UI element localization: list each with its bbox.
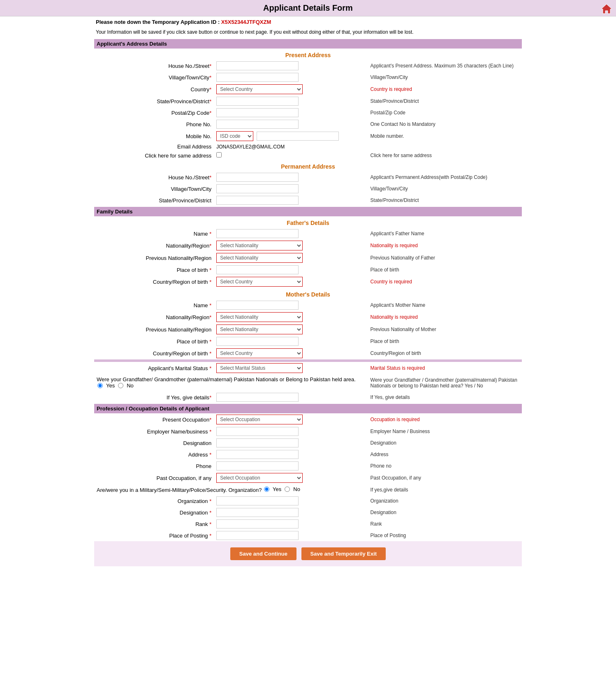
email-help [368,142,522,151]
mother-title: Mother's Details [94,288,522,299]
father-country-birth-select[interactable]: Select Country [216,277,303,287]
perm-village-input-cell [214,183,368,195]
perm-state-input-cell [214,195,368,206]
postal-input[interactable] [216,108,299,117]
father-nationality-select[interactable]: Select Nationality [216,241,303,250]
perm-house-input[interactable] [216,173,299,182]
father-name-input[interactable] [216,229,299,238]
mother-name-row: Name * Applicant's Mother Name [94,299,522,311]
prof-phone-row: Phone Phone no [94,460,522,472]
same-address-checkbox[interactable] [216,152,222,158]
perm-state-input[interactable] [216,196,299,205]
mother-table: Name * Applicant's Mother Name Nationali… [94,299,522,359]
phone-help: One Contact No is Mandatory [368,118,522,130]
mother-nationality-label: Nationality/Region* [94,311,214,323]
present-address-title: Present Address [94,49,522,60]
organization-input[interactable] [216,496,299,505]
designation-input[interactable] [216,438,299,447]
military-yes-radio[interactable] [264,487,269,492]
mother-name-input[interactable] [216,301,299,310]
past-occupation-select[interactable]: Select Occupation [216,473,303,483]
info-line: Your Information will be saved if you cl… [94,28,522,38]
past-occupation-row: Past Occupation, if any Select Occupatio… [94,472,522,484]
father-country-birth-label: Country/Region of birth * [94,276,214,288]
father-country-birth-help: Country is required [368,276,522,288]
father-place-birth-help: Place of birth [368,264,522,276]
prof-address-label: Address * [94,449,214,460]
grandfather-details-input[interactable] [216,393,299,402]
marital-table: Applicant's Marital Status * Select Mari… [94,362,522,403]
prof-phone-help: Phone no [368,460,522,472]
mother-prev-nationality-select[interactable]: Select Nationality [216,324,303,334]
father-place-birth-input[interactable] [216,265,299,274]
designation-input-cell [214,437,368,449]
rank-input[interactable] [216,519,299,528]
mother-place-birth-input-cell [214,336,368,347]
organization-label: Organization * [94,495,214,507]
save-continue-button[interactable]: Save and Continue [230,547,296,560]
grandfather-yes-radio[interactable] [97,383,103,388]
grandfather-no-radio[interactable] [118,383,123,388]
mil-designation-input[interactable] [216,508,299,517]
mobile-input[interactable] [257,132,339,141]
page-title: Applicant Details Form [0,0,616,16]
marital-help: Marital Status is required [368,362,522,374]
grandfather-details-input-cell [214,392,368,403]
employer-input[interactable] [216,427,299,436]
house-input[interactable] [216,61,299,70]
mobile-row: Mobile No. ISD code Mobile number. [94,130,522,142]
phone-input[interactable] [216,120,299,129]
marital-label: Applicant's Marital Status * [94,362,214,374]
military-no-radio[interactable] [285,487,290,492]
village-label: Village/Town/City* [94,72,214,83]
email-row: Email Address JONASDAYLE2@GMAIL.COM [94,142,522,151]
house-street-row: House No./Street* Applicant's Present Ad… [94,60,522,72]
grandfather-details-row: If Yes, give details* If Yes, give detai… [94,392,522,403]
rank-input-cell [214,518,368,530]
same-address-label: Click here for same address [94,151,214,160]
home-icon[interactable] [600,2,613,16]
occupation-select[interactable]: Select Occupation [216,415,303,424]
email-value-cell: JONASDAYLE2@GMAIL.COM [214,142,368,151]
save-exit-button[interactable]: Save and Temporarily Exit [301,547,386,560]
organization-help: Organization [368,495,522,507]
mobile-help: Mobile number. [368,130,522,142]
employer-label: Employer Name/business * [94,426,214,437]
permanent-address-title: Permanent Address [94,160,522,171]
prof-address-input-cell [214,449,368,460]
country-select[interactable]: Select Country [216,84,303,94]
posting-input[interactable] [216,531,299,540]
mother-country-birth-select[interactable]: Select Country [216,348,303,358]
postal-input-cell [214,107,368,118]
past-occupation-select-cell: Select Occupation [214,472,368,484]
isd-select[interactable]: ISD code [216,131,253,141]
same-address-checkbox-cell [214,151,368,160]
state-input-cell [214,95,368,107]
grandfather-label: Were your Grandfather/ Grandmother (pate… [97,376,356,382]
mother-nationality-row: Nationality/Region* Select Nationality N… [94,311,522,323]
state-input[interactable] [216,97,299,106]
village-input[interactable] [216,73,299,82]
family-section-header: Family Details [94,207,522,216]
perm-village-input[interactable] [216,184,299,193]
prof-phone-input[interactable] [216,461,299,470]
father-place-birth-label: Place of birth * [94,264,214,276]
father-nationality-row: Nationality/Region* Select Nationality N… [94,239,522,252]
rank-row: Rank * Rank [94,518,522,530]
mother-prev-nationality-label: Previous Nationality/Region [94,323,214,336]
father-prev-nationality-select[interactable]: Select Nationality [216,253,303,263]
marital-select[interactable]: Select Marital Status [216,363,303,373]
mother-place-birth-input[interactable] [216,337,299,346]
present-address-table: House No./Street* Applicant's Present Ad… [94,60,522,160]
prof-address-row: Address * Address [94,449,522,460]
grandfather-help: Were your Grandfather / Grandmother (pat… [368,374,522,392]
father-prev-nationality-row: Previous Nationality/Region Select Natio… [94,252,522,264]
country-select-cell: Select Country [214,83,368,95]
country-help: Country is required [368,83,522,95]
postal-help: Postal/Zip Code [368,107,522,118]
prof-address-input[interactable] [216,450,299,459]
phone-row: Phone No. One Contact No is Mandatory [94,118,522,130]
rank-help: Rank [368,518,522,530]
father-place-birth-row: Place of birth * Place of birth [94,264,522,276]
mother-nationality-select[interactable]: Select Nationality [216,312,303,322]
